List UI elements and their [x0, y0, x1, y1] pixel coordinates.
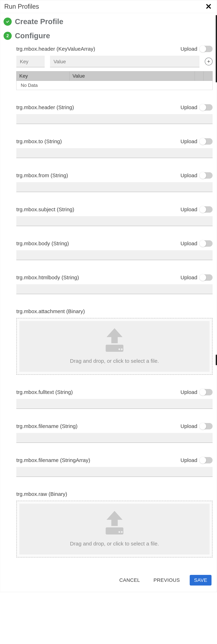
- field-label: trg.mbox.filename (StringArray): [16, 457, 90, 463]
- scrollbar[interactable]: [216, 15, 217, 82]
- field-block: trg.mbox.header (KeyValueArray)Upload+Ke…: [16, 46, 212, 90]
- field-label: trg.mbox.filename (String): [16, 423, 78, 429]
- upload-toggle[interactable]: [200, 46, 212, 52]
- upload-label: Upload: [180, 274, 197, 280]
- string-input[interactable]: [16, 250, 212, 260]
- upload-toggle-group: Upload: [180, 240, 212, 247]
- plus-icon: +: [207, 58, 210, 64]
- previous-button[interactable]: PREVIOUS: [150, 575, 184, 586]
- upload-label: Upload: [180, 104, 197, 110]
- upload-label: Upload: [180, 206, 197, 212]
- table-header-key: Key: [16, 72, 70, 81]
- upload-label: Upload: [180, 423, 197, 429]
- field-header: trg.mbox.filename (String)Upload: [16, 423, 212, 430]
- upload-toggle[interactable]: [200, 206, 212, 213]
- no-data-cell: No Data: [16, 81, 212, 90]
- upload-toggle-group: Upload: [180, 172, 212, 179]
- upload-icon: [100, 327, 130, 353]
- toggle-knob: [200, 206, 206, 213]
- upload-toggle-group: Upload: [180, 274, 212, 281]
- field-block: trg.mbox.to (String)Upload: [16, 138, 212, 158]
- toggle-knob: [200, 457, 206, 464]
- key-input[interactable]: [16, 56, 45, 67]
- string-input[interactable]: [16, 467, 212, 477]
- upload-toggle-group: Upload: [180, 138, 212, 144]
- upload-toggle-group: Upload: [180, 46, 212, 52]
- field-block: trg.mbox.body (String)Upload: [16, 240, 212, 260]
- field-block: trg.mbox.attachment (Binary) Drag and dr…: [16, 308, 212, 375]
- string-input[interactable]: [16, 182, 212, 192]
- field-label: trg.mbox.attachment (Binary): [16, 308, 85, 314]
- panel-title: Run Profiles: [4, 3, 39, 10]
- field-header: trg.mbox.subject (String)Upload: [16, 206, 212, 213]
- step-create-profile[interactable]: Create Profile: [4, 16, 213, 30]
- upload-toggle[interactable]: [200, 240, 212, 247]
- field-header: trg.mbox.fulltext (String)Upload: [16, 389, 212, 395]
- table-header-value: Value: [70, 72, 195, 81]
- string-input[interactable]: [16, 216, 212, 226]
- upload-label: Upload: [180, 138, 197, 144]
- step-badge-number: 2: [4, 32, 12, 40]
- close-button[interactable]: ✕: [205, 3, 212, 10]
- scrollbar[interactable]: [216, 354, 217, 365]
- field-label: trg.mbox.from (String): [16, 172, 68, 178]
- upload-toggle[interactable]: [200, 274, 212, 281]
- table-row: No Data: [16, 81, 212, 90]
- field-header: trg.mbox.raw (Binary): [16, 491, 212, 497]
- upload-label: Upload: [180, 172, 197, 178]
- step-configure[interactable]: 2 Configure: [4, 30, 213, 45]
- panel-header: Run Profiles ✕: [0, 0, 217, 13]
- upload-toggle[interactable]: [200, 138, 212, 144]
- upload-toggle-group: Upload: [180, 423, 212, 430]
- upload-toggle[interactable]: [200, 104, 212, 110]
- field-header: trg.mbox.attachment (Binary): [16, 308, 212, 314]
- keyvalue-input-row: +: [16, 56, 212, 67]
- upload-toggle[interactable]: [200, 423, 212, 430]
- svg-rect-0: [106, 345, 124, 352]
- string-input[interactable]: [16, 433, 212, 443]
- dropzone-text: Drag and drop, or click to select a file…: [70, 358, 159, 364]
- upload-toggle[interactable]: [200, 172, 212, 179]
- check-icon: [6, 20, 10, 24]
- field-header: trg.mbox.body (String)Upload: [16, 240, 212, 247]
- upload-toggle[interactable]: [200, 389, 212, 395]
- upload-toggle-group: Upload: [180, 206, 212, 213]
- field-label: trg.mbox.subject (String): [16, 206, 74, 212]
- step-label: Create Profile: [15, 17, 63, 26]
- upload-label: Upload: [180, 457, 197, 463]
- value-input[interactable]: [50, 56, 200, 67]
- field-block: trg.mbox.subject (String)Upload: [16, 206, 212, 226]
- file-dropzone[interactable]: Drag and drop, or click to select a file…: [16, 318, 212, 375]
- svg-point-2: [121, 348, 123, 350]
- string-input[interactable]: [16, 114, 212, 124]
- toggle-knob: [200, 274, 206, 281]
- string-input[interactable]: [16, 399, 212, 409]
- field-header: trg.mbox.from (String)Upload: [16, 172, 212, 179]
- toggle-knob: [200, 138, 206, 145]
- field-block: trg.mbox.raw (Binary) Drag and drop, or …: [16, 491, 212, 558]
- keyvalue-table: KeyValueNo Data: [16, 71, 212, 90]
- toggle-knob: [200, 389, 206, 396]
- field-label: trg.mbox.header (KeyValueArray): [16, 46, 95, 52]
- string-input[interactable]: [16, 284, 212, 294]
- field-block: trg.mbox.htmlbody (String)Upload: [16, 274, 212, 294]
- cancel-button[interactable]: CANCEL: [116, 575, 144, 586]
- field-block: trg.mbox.from (String)Upload: [16, 172, 212, 192]
- upload-toggle[interactable]: [200, 457, 212, 464]
- field-header: trg.mbox.header (KeyValueArray)Upload: [16, 46, 212, 52]
- file-dropzone[interactable]: Drag and drop, or click to select a file…: [16, 501, 212, 558]
- field-header: trg.mbox.to (String)Upload: [16, 138, 212, 144]
- dropzone-inner: Drag and drop, or click to select a file…: [19, 504, 210, 554]
- step-label: Configure: [15, 32, 50, 40]
- save-button[interactable]: SAVE: [190, 575, 212, 586]
- svg-point-1: [118, 348, 120, 350]
- toggle-knob: [200, 104, 206, 111]
- toggle-knob: [200, 172, 206, 179]
- add-keyvalue-button[interactable]: +: [205, 58, 212, 66]
- field-header: trg.mbox.header (String)Upload: [16, 104, 212, 110]
- field-label: trg.mbox.header (String): [16, 104, 74, 110]
- string-input[interactable]: [16, 148, 212, 158]
- svg-point-4: [118, 531, 120, 533]
- toggle-knob: [200, 240, 206, 247]
- close-icon: ✕: [205, 2, 212, 11]
